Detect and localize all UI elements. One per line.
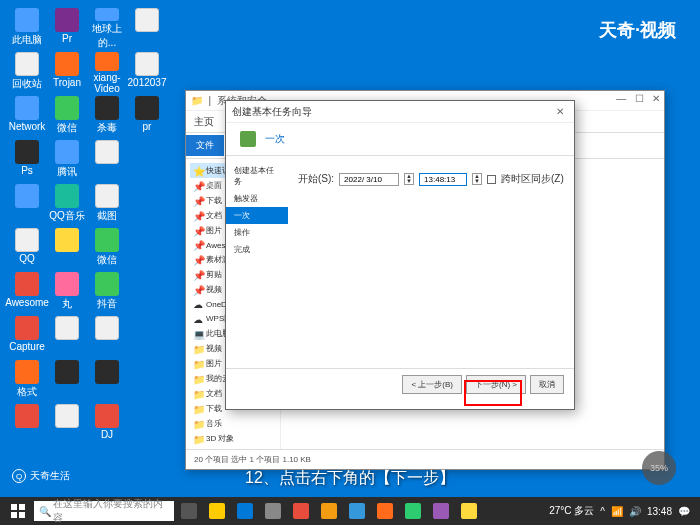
desktop-icon[interactable] (8, 404, 46, 446)
desktop-icon[interactable] (128, 228, 166, 270)
wizard-footer: < 上一步(B) 下一步(N) > 取消 (226, 368, 574, 400)
tray-icon[interactable]: ^ (600, 506, 605, 517)
desktop-icon[interactable]: QQ (8, 228, 46, 270)
svg-rect-1 (19, 504, 25, 510)
desktop-icon[interactable]: Trojan (48, 52, 86, 94)
back-button[interactable]: < 上一步(B) (402, 375, 462, 394)
watermark-bottom-left: Q 天奇生活 (12, 469, 70, 483)
next-button[interactable]: 下一步(N) > (466, 375, 526, 394)
desktop-icon[interactable] (168, 52, 206, 94)
desktop-icon[interactable]: Pr (48, 8, 86, 50)
watermark-top-right: 天奇·视频 (599, 18, 676, 42)
desktop-icon[interactable]: 回收站 (8, 52, 46, 94)
sync-label: 跨时区同步(Z) (501, 172, 564, 186)
performance-gauge[interactable]: 35% (642, 451, 676, 485)
desktop-icon[interactable]: 格式 (8, 360, 46, 402)
desktop-icon[interactable] (128, 272, 166, 314)
wizard-header: 一次 (226, 123, 574, 156)
desktop-icon[interactable] (48, 360, 86, 402)
notification-icon[interactable]: 💬 (678, 506, 690, 517)
taskbar: 🔍 在这里输入你要搜索的内容 27°C 多云 ^ 📶 🔊 13:48 💬 (0, 497, 700, 525)
desktop-icon[interactable]: Capture (8, 316, 46, 358)
desktop: 此电脑Pr地球上的...回收站Trojanxiang-Video2012037N… (0, 0, 700, 525)
taskbar-app[interactable] (400, 499, 426, 523)
system-tray[interactable]: 27°C 多云 ^ 📶 🔊 13:48 💬 (549, 504, 696, 518)
taskbar-search[interactable]: 🔍 在这里输入你要搜索的内容 (34, 501, 174, 521)
taskbar-app[interactable] (344, 499, 370, 523)
taskbar-app[interactable] (288, 499, 314, 523)
taskbar-app[interactable] (428, 499, 454, 523)
wifi-icon[interactable]: 📶 (611, 506, 623, 517)
desktop-icon[interactable] (128, 316, 166, 358)
desktop-icon[interactable] (168, 8, 206, 50)
ribbon-tab[interactable]: 主页 (194, 115, 214, 129)
desktop-icon[interactable] (8, 184, 46, 226)
desktop-icon[interactable] (128, 404, 166, 446)
time-input[interactable] (419, 173, 467, 186)
desktop-icon[interactable] (48, 228, 86, 270)
task-view-icon[interactable] (176, 499, 202, 523)
desktop-icon[interactable]: 微信 (48, 96, 86, 138)
desktop-icon[interactable]: 截图 (88, 184, 126, 226)
desktop-icon[interactable]: Ps (8, 140, 46, 182)
clock[interactable]: 13:48 (647, 506, 672, 517)
desktop-icon[interactable]: 微信 (88, 228, 126, 270)
wizard-nav-item[interactable]: 完成 (226, 241, 288, 258)
desktop-icon[interactable]: 2012037 (128, 52, 166, 94)
taskbar-app[interactable] (260, 499, 286, 523)
desktop-icon[interactable] (128, 8, 166, 50)
svg-rect-0 (11, 504, 17, 510)
cancel-button[interactable]: 取消 (530, 375, 564, 394)
desktop-icon[interactable] (128, 140, 166, 182)
close-icon[interactable]: ✕ (552, 104, 568, 120)
wizard-icon (240, 131, 256, 147)
taskbar-app[interactable] (232, 499, 258, 523)
weather-widget[interactable]: 27°C 多云 (549, 504, 594, 518)
desktop-icon[interactable]: pr (128, 96, 166, 138)
desktop-icon[interactable] (88, 360, 126, 402)
desktop-icons-grid: 此电脑Pr地球上的...回收站Trojanxiang-Video2012037N… (8, 8, 206, 490)
wizard-nav-item[interactable]: 创建基本任务 (226, 162, 288, 190)
desktop-icon[interactable] (128, 184, 166, 226)
desktop-icon[interactable]: Awesome (8, 272, 46, 314)
wizard-nav-item[interactable]: 操作 (226, 224, 288, 241)
sidebar-item[interactable]: 📁音乐 (190, 416, 276, 431)
wizard-nav: 创建基本任务触发器一次操作完成 (226, 156, 288, 368)
desktop-icon[interactable]: xiang-Video (88, 52, 126, 94)
date-input[interactable] (339, 173, 399, 186)
desktop-icon[interactable]: QQ音乐 (48, 184, 86, 226)
desktop-icon[interactable] (48, 316, 86, 358)
volume-icon[interactable]: 🔊 (629, 506, 641, 517)
taskbar-app[interactable] (316, 499, 342, 523)
desktop-icon[interactable] (88, 316, 126, 358)
wizard-nav-item[interactable]: 触发器 (226, 190, 288, 207)
task-wizard-dialog: 创建基本任务向导 ✕ 一次 创建基本任务触发器一次操作完成 开始(S): ▲▼ … (225, 100, 575, 410)
wizard-titlebar: 创建基本任务向导 ✕ (226, 101, 574, 123)
file-button[interactable]: 文件 (186, 135, 224, 156)
desktop-icon[interactable]: 丸 (48, 272, 86, 314)
date-spinner[interactable]: ▲▼ (404, 173, 414, 185)
window-controls[interactable]: — ☐ ✕ (616, 93, 660, 104)
sidebar-item[interactable]: 📁3D 对象 (190, 431, 276, 446)
taskbar-app[interactable] (204, 499, 230, 523)
taskbar-app[interactable] (456, 499, 482, 523)
time-spinner[interactable]: ▲▼ (472, 173, 482, 185)
desktop-icon[interactable]: DJ (88, 404, 126, 446)
sync-checkbox[interactable] (487, 175, 496, 184)
desktop-icon[interactable]: 腾讯 (48, 140, 86, 182)
desktop-icon[interactable]: Network (8, 96, 46, 138)
desktop-icon[interactable]: 地球上的... (88, 8, 126, 50)
taskbar-app[interactable] (372, 499, 398, 523)
desktop-icon[interactable]: 杀毒 (88, 96, 126, 138)
start-button[interactable] (4, 497, 32, 525)
svg-rect-3 (19, 512, 25, 518)
desktop-icon[interactable] (48, 404, 86, 446)
wizard-content: 开始(S): ▲▼ ▲▼ 跨时区同步(Z) (288, 156, 574, 368)
desktop-icon[interactable] (88, 140, 126, 182)
svg-rect-2 (11, 512, 17, 518)
desktop-icon[interactable] (128, 360, 166, 402)
sidebar-item[interactable]: 📁系统文件 (190, 446, 276, 449)
desktop-icon[interactable]: 抖音 (88, 272, 126, 314)
wizard-nav-item[interactable]: 一次 (226, 207, 288, 224)
desktop-icon[interactable]: 此电脑 (8, 8, 46, 50)
